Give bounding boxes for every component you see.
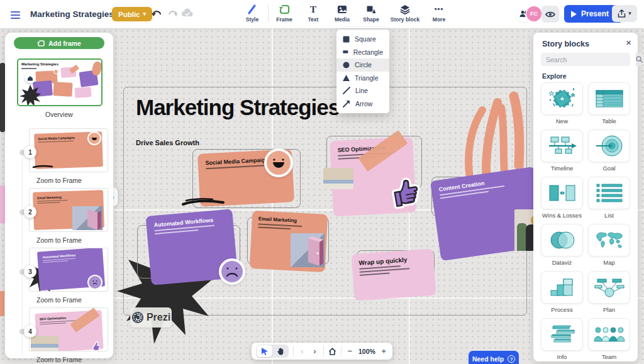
story-block-label: List	[588, 212, 630, 219]
search-input[interactable]	[541, 56, 636, 63]
frame-number-badge: 3	[24, 265, 36, 278]
app-window: Marketing Strategies Drive Sales Growth …	[0, 0, 644, 364]
tool-shape[interactable]: Shape	[357, 4, 386, 23]
overview-thumb-home-marker	[25, 72, 36, 84]
zoom-in-button[interactable]: +	[380, 346, 388, 356]
wins-losses-icon	[548, 182, 577, 204]
caret-down-icon: ▾	[628, 11, 631, 16]
avatar-initials: FC	[530, 11, 538, 17]
overview-thumb-smiley	[53, 69, 58, 74]
document-title[interactable]: Marketing Strategies	[30, 9, 114, 19]
story-block-dataviz[interactable]	[541, 224, 583, 256]
tool-text[interactable]: T Text	[299, 4, 328, 23]
frames-rail	[22, 156, 23, 356]
shape-menu-item-arrow[interactable]: Arrow	[336, 97, 389, 111]
story-block-new[interactable]	[541, 82, 583, 115]
smiley-sticker[interactable]	[264, 148, 293, 177]
zoom-to-frame-2[interactable]: Zoom to Frame	[5, 236, 113, 244]
canvas-subtitle[interactable]: Drive Sales Growth	[136, 139, 199, 146]
share-icon	[618, 9, 626, 18]
story-block-label: Info	[541, 353, 583, 360]
wrap-card[interactable]: Wrap up quickly	[352, 249, 436, 301]
frame-thumbnail-3[interactable]: Automated Workflows	[29, 248, 108, 292]
story-block-map[interactable]	[588, 224, 630, 256]
story-block-timeline[interactable]	[541, 130, 583, 162]
zoom-out-button[interactable]: −	[346, 346, 354, 356]
frame-thumbnail-2[interactable]: Email Marketing	[29, 188, 108, 232]
story-block-label: Dataviz	[541, 259, 583, 266]
undo-icon[interactable]	[151, 9, 162, 19]
story-block-wins-losses[interactable]	[541, 177, 583, 209]
story-block-process[interactable]	[541, 271, 583, 304]
prezi-watermark: Prezi	[130, 307, 172, 328]
story-block-layers-icon	[399, 4, 411, 15]
overview-thumb-title: Marketing Strategies	[21, 62, 58, 66]
tool-frame[interactable]: Frame	[270, 4, 299, 23]
tool-media-label: Media	[335, 16, 350, 23]
zoom-to-frame-4[interactable]: Zoom to Frame	[5, 356, 113, 363]
story-block-label: Timeline	[541, 165, 583, 172]
mini-line	[40, 323, 66, 325]
top-toolbar: Marketing Strategies Public ▾ Style	[0, 0, 644, 28]
add-frame-label: Add frame	[48, 40, 81, 47]
story-block-table[interactable]	[588, 82, 630, 115]
frame-thumbnail-4[interactable]: SEO Optimization	[29, 307, 108, 351]
shape-menu-item-rectangle[interactable]: Rectangle	[336, 46, 389, 59]
shape-menu-item-circle[interactable]: Circle	[336, 58, 389, 72]
shape-menu-item-square[interactable]: Square	[336, 33, 389, 46]
shape-menu-item-line[interactable]: Line	[336, 84, 389, 97]
tool-more[interactable]: ••• More	[425, 4, 453, 23]
frame-thumbnail-1[interactable]: Social Media Campaigns	[29, 128, 108, 172]
story-block-team[interactable]	[588, 318, 630, 351]
public-button[interactable]: Public ▾	[112, 7, 152, 21]
previous-frame-button[interactable]: ‹	[298, 346, 306, 356]
shape-menu-item-triangle[interactable]: Triangle	[336, 72, 389, 85]
story-block-label: Team	[588, 353, 630, 360]
venn-diagram-icon	[548, 229, 577, 251]
story-block-goal[interactable]	[588, 130, 630, 162]
preview-eye-button[interactable]	[541, 6, 559, 23]
marker-scribble	[181, 197, 225, 207]
menu-icon[interactable]	[11, 9, 20, 21]
list-icon	[596, 182, 623, 204]
home-button[interactable]	[328, 348, 336, 355]
home-icon	[27, 75, 33, 81]
zoom-to-frame-3[interactable]: Zoom to Frame	[5, 296, 113, 304]
search-button[interactable]	[636, 53, 643, 66]
tool-media[interactable]: Media	[328, 4, 357, 23]
cloud-save-icon	[181, 8, 194, 18]
story-blocks-search[interactable]	[541, 53, 630, 66]
email-photo	[291, 233, 325, 267]
pan-tool-button[interactable]	[272, 345, 288, 357]
tool-style[interactable]: Style	[238, 4, 267, 23]
cursor-arrow-icon	[261, 347, 269, 355]
tool-story-block[interactable]: Story block	[386, 4, 425, 23]
toolbar-divider	[341, 346, 341, 356]
overview-thumbnail[interactable]: Marketing Strategies	[17, 58, 103, 106]
close-icon[interactable]: ×	[626, 37, 631, 48]
story-block-list[interactable]	[588, 177, 630, 209]
thumbs-up-sticker[interactable]	[386, 172, 427, 215]
canvas-title[interactable]: Marketing Strategies	[136, 95, 340, 120]
need-help-button[interactable]: Need help ?	[469, 351, 519, 364]
line-icon	[343, 87, 350, 94]
add-frame-button[interactable]: Add frame	[14, 37, 104, 49]
select-tool-button[interactable]	[257, 345, 272, 357]
prezi-logo-icon	[131, 311, 144, 324]
overview-thumb-star	[19, 85, 41, 106]
frame-number-badge: 2	[24, 206, 36, 218]
next-frame-button[interactable]: ›	[311, 346, 319, 356]
sad-face-sticker[interactable]	[219, 258, 245, 285]
table-icon	[596, 89, 623, 109]
process-steps-icon	[548, 277, 576, 298]
zoom-to-frame-1[interactable]: Zoom to Frame	[5, 177, 113, 184]
redo-icon[interactable]	[167, 9, 179, 19]
story-block-label: Plan	[588, 306, 630, 313]
zoom-level[interactable]: 100%	[358, 348, 375, 355]
overview-caption[interactable]: Overview	[5, 111, 113, 118]
story-block-info[interactable]	[541, 318, 583, 351]
share-export-button[interactable]: ▾	[612, 5, 637, 22]
need-help-label: Need help	[472, 355, 504, 363]
story-block-plan[interactable]	[588, 271, 630, 304]
user-avatar[interactable]: FC	[526, 6, 541, 21]
